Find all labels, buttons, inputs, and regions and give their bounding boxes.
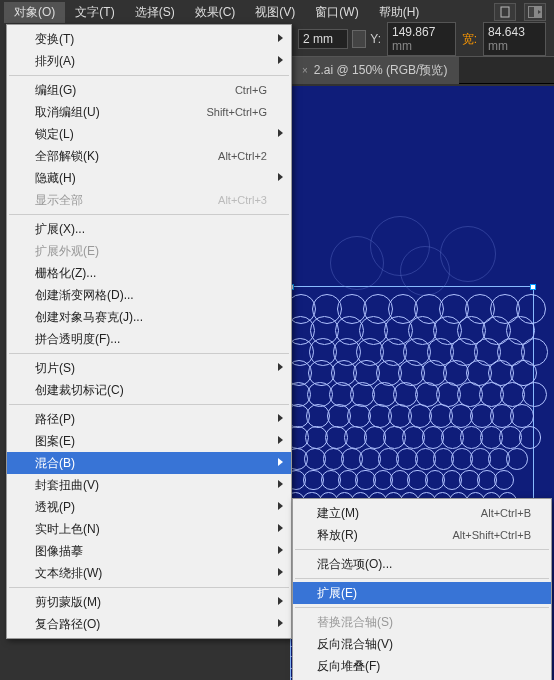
- menu-select[interactable]: 选择(S): [125, 2, 185, 23]
- menu-item[interactable]: 全部解锁(K)Alt+Ctrl+2: [7, 145, 291, 167]
- chevron-right-icon: [278, 436, 283, 444]
- linked-icon[interactable]: [352, 30, 366, 48]
- object-menu: 变换(T)排列(A)编组(G)Ctrl+G取消编组(U)Shift+Ctrl+G…: [6, 24, 292, 639]
- selection-handle[interactable]: [530, 284, 536, 290]
- w-label: 宽:: [462, 31, 477, 48]
- menu-item[interactable]: 路径(P): [7, 408, 291, 430]
- menu-item[interactable]: 拼合透明度(F)...: [7, 328, 291, 350]
- doc-icon[interactable]: [494, 3, 516, 21]
- x-field[interactable]: 2 mm: [298, 29, 348, 49]
- chevron-right-icon: [278, 568, 283, 576]
- chevron-right-icon: [278, 129, 283, 137]
- menu-item[interactable]: 取消编组(U)Shift+Ctrl+G: [7, 101, 291, 123]
- submenu-item: 替换混合轴(S): [293, 611, 551, 633]
- tab-title: 2.ai @ 150% (RGB/预览): [314, 62, 448, 79]
- chevron-right-icon: [278, 480, 283, 488]
- chevron-right-icon: [278, 56, 283, 64]
- menu-item[interactable]: 锁定(L): [7, 123, 291, 145]
- menu-item[interactable]: 复合路径(O): [7, 613, 291, 635]
- menu-item: 显示全部Alt+Ctrl+3: [7, 189, 291, 211]
- menu-type[interactable]: 文字(T): [65, 2, 124, 23]
- menu-item[interactable]: 扩展(X)...: [7, 218, 291, 240]
- menu-item[interactable]: 创建渐变网格(D)...: [7, 284, 291, 306]
- chevron-right-icon: [278, 363, 283, 371]
- document-tab[interactable]: × 2.ai @ 150% (RGB/预览): [290, 57, 459, 84]
- blend-submenu: 建立(M)Alt+Ctrl+B释放(R)Alt+Shift+Ctrl+B混合选项…: [292, 498, 552, 680]
- menu-help[interactable]: 帮助(H): [369, 2, 430, 23]
- menu-item[interactable]: 切片(S): [7, 357, 291, 379]
- chevron-right-icon: [278, 414, 283, 422]
- menu-view[interactable]: 视图(V): [245, 2, 305, 23]
- chevron-right-icon: [278, 34, 283, 42]
- chevron-right-icon: [278, 619, 283, 627]
- tab-bar: × 2.ai @ 150% (RGB/预览): [290, 56, 554, 84]
- chevron-right-icon: [278, 502, 283, 510]
- y-label: Y:: [370, 32, 381, 46]
- menu-window[interactable]: 窗口(W): [305, 2, 368, 23]
- menu-item[interactable]: 编组(G)Ctrl+G: [7, 79, 291, 101]
- submenu-item[interactable]: 反向混合轴(V): [293, 633, 551, 655]
- menu-item[interactable]: 混合(B): [7, 452, 291, 474]
- menu-effect[interactable]: 效果(C): [185, 2, 246, 23]
- menu-item[interactable]: 图案(E): [7, 430, 291, 452]
- w-field[interactable]: 84.643 mm: [483, 22, 546, 56]
- menu-item[interactable]: 封套扭曲(V): [7, 474, 291, 496]
- svg-rect-2: [529, 7, 534, 17]
- chevron-right-icon: [278, 524, 283, 532]
- y-field[interactable]: 149.867 mm: [387, 22, 456, 56]
- menu-item[interactable]: 排列(A): [7, 50, 291, 72]
- menubar: 对象(O) 文字(T) 选择(S) 效果(C) 视图(V) 窗口(W) 帮助(H…: [0, 0, 554, 24]
- submenu-item[interactable]: 混合选项(O)...: [293, 553, 551, 575]
- submenu-item[interactable]: 建立(M)Alt+Ctrl+B: [293, 502, 551, 524]
- tab-close[interactable]: ×: [302, 65, 308, 76]
- chevron-right-icon: [278, 173, 283, 181]
- menu-item[interactable]: 文本绕排(W): [7, 562, 291, 584]
- layout-icon[interactable]: [524, 3, 546, 21]
- chevron-right-icon: [278, 597, 283, 605]
- menu-item[interactable]: 变换(T): [7, 28, 291, 50]
- menu-item[interactable]: 剪切蒙版(M): [7, 591, 291, 613]
- submenu-item[interactable]: 释放(R)Alt+Shift+Ctrl+B: [293, 524, 551, 546]
- submenu-item[interactable]: 反向堆叠(F): [293, 655, 551, 677]
- menu-item[interactable]: 透视(P): [7, 496, 291, 518]
- menu-object[interactable]: 对象(O): [4, 2, 65, 23]
- submenu-item[interactable]: 扩展(E): [293, 582, 551, 604]
- menu-item[interactable]: 创建对象马赛克(J)...: [7, 306, 291, 328]
- svg-rect-0: [501, 7, 509, 17]
- chevron-right-icon: [278, 546, 283, 554]
- menu-item: 扩展外观(E): [7, 240, 291, 262]
- control-bar: 2 mm Y: 149.867 mm 宽: 84.643 mm: [290, 24, 554, 54]
- menu-item[interactable]: 隐藏(H): [7, 167, 291, 189]
- menu-item[interactable]: 实时上色(N): [7, 518, 291, 540]
- chevron-right-icon: [278, 458, 283, 466]
- menu-item[interactable]: 栅格化(Z)...: [7, 262, 291, 284]
- menu-item[interactable]: 创建裁切标记(C): [7, 379, 291, 401]
- menu-item[interactable]: 图像描摹: [7, 540, 291, 562]
